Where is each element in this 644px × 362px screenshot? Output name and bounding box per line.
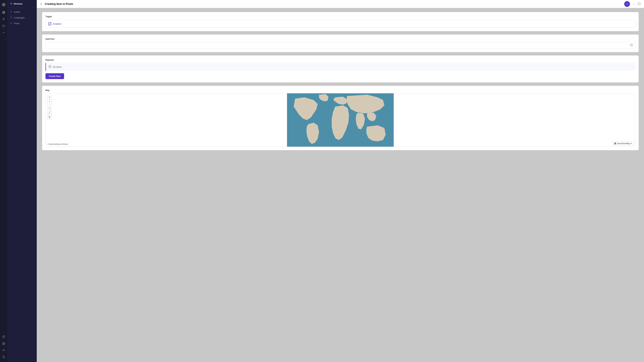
map-section: Map [42, 86, 639, 150]
repeater-empty-state: No items [46, 63, 635, 71]
sidebar-nav: Author Languages Posts [8, 8, 37, 27]
map-source-badge[interactable]: OpenStreetMap ▾ [612, 141, 634, 145]
repeater-field-label: Repeater [46, 59, 635, 61]
repeater-info-icon [49, 65, 51, 68]
svg-rect-35 [615, 143, 616, 143]
sidebar-item-author-label: Author [14, 11, 20, 13]
datetime-section: DateTime [42, 34, 639, 52]
svg-rect-1 [2, 11, 3, 12]
posts-nav-icon [10, 22, 12, 25]
svg-point-33 [49, 117, 50, 117]
rail-notifications-icon[interactable] [1, 354, 7, 360]
page-title: Creating Item in Posts [45, 2, 622, 5]
rail-profile-icon[interactable] [1, 347, 7, 353]
form-area: Toggle Enabled DateTime [37, 8, 644, 362]
map-source-chevron-icon: ▾ [631, 142, 632, 144]
svg-rect-3 [2, 13, 3, 13]
directus-logo-icon [10, 2, 12, 5]
icon-rail [0, 0, 8, 362]
datetime-field-label: DateTime [46, 38, 635, 40]
toggle-enabled-label: Enabled [53, 23, 61, 25]
more-options-button[interactable]: ⋮ [631, 1, 636, 6]
map-container: + − [46, 93, 635, 147]
sidebar-item-posts[interactable]: Posts [8, 20, 37, 26]
sidebar-item-author[interactable]: Author [8, 9, 37, 15]
svg-rect-4 [4, 13, 5, 13]
info-button[interactable] [637, 1, 641, 6]
create-new-button[interactable]: Create New [46, 73, 64, 79]
svg-rect-22 [630, 44, 632, 46]
map-background[interactable] [46, 93, 635, 147]
map-attribution-text: © OpenStreetMap contributors [47, 143, 69, 145]
repeater-no-items-text: No items [53, 66, 62, 68]
repeater-section: Repeater No items Create New [42, 55, 639, 82]
svg-point-8 [3, 343, 4, 344]
back-button[interactable] [40, 2, 43, 6]
author-nav-icon [10, 10, 12, 13]
rail-folder-icon[interactable] [1, 23, 7, 29]
map-fullscreen-button[interactable] [47, 110, 52, 115]
map-source-label: OpenStreetMap [617, 142, 630, 144]
calendar-icon[interactable] [630, 44, 633, 47]
languages-nav-icon [10, 16, 12, 19]
map-zoom-out-button[interactable]: − [47, 100, 52, 104]
save-button[interactable] [624, 1, 630, 7]
main-content: Creating Item in Posts ⋮ Toggle [37, 0, 644, 362]
rail-analytics-icon[interactable] [1, 29, 7, 35]
datetime-input-row [46, 42, 635, 49]
svg-rect-37 [615, 143, 616, 144]
map-locate-button[interactable] [47, 106, 52, 110]
rail-settings-icon[interactable] [1, 341, 7, 347]
rail-help-icon[interactable] [1, 334, 7, 340]
toggle-box: Enabled [46, 20, 635, 28]
toggle-checkbox[interactable] [48, 22, 51, 25]
map-controls: + − [47, 95, 52, 119]
map-field-label: Map [46, 89, 635, 91]
svg-point-30 [49, 108, 50, 108]
toggle-section: Toggle Enabled [42, 12, 639, 31]
sidebar-item-languages-label: Languages [14, 16, 25, 19]
svg-line-32 [49, 113, 50, 113]
map-zoom-in-button[interactable]: + [47, 95, 52, 99]
map-pin-button[interactable] [47, 115, 52, 119]
toggle-field-label: Toggle [46, 15, 635, 18]
svg-rect-2 [4, 11, 5, 12]
topbar-actions: ⋮ [624, 1, 641, 7]
svg-point-0 [3, 4, 4, 5]
sidebar-item-posts-label: Posts [14, 22, 20, 25]
svg-point-5 [3, 18, 4, 19]
topbar: Creating Item in Posts ⋮ [37, 0, 644, 8]
sidebar-item-languages[interactable]: Languages [8, 15, 37, 20]
svg-rect-34 [614, 143, 615, 143]
logo-icon[interactable] [1, 2, 6, 7]
rail-users-icon[interactable] [1, 16, 7, 22]
sidebar-header: Directus [8, 0, 37, 8]
rail-content-icon[interactable] [1, 9, 7, 15]
svg-rect-36 [614, 143, 615, 144]
svg-line-31 [50, 112, 50, 113]
sidebar: Directus Author Languages [8, 0, 37, 362]
datetime-input[interactable] [48, 44, 630, 46]
sidebar-app-name: Directus [14, 2, 22, 5]
